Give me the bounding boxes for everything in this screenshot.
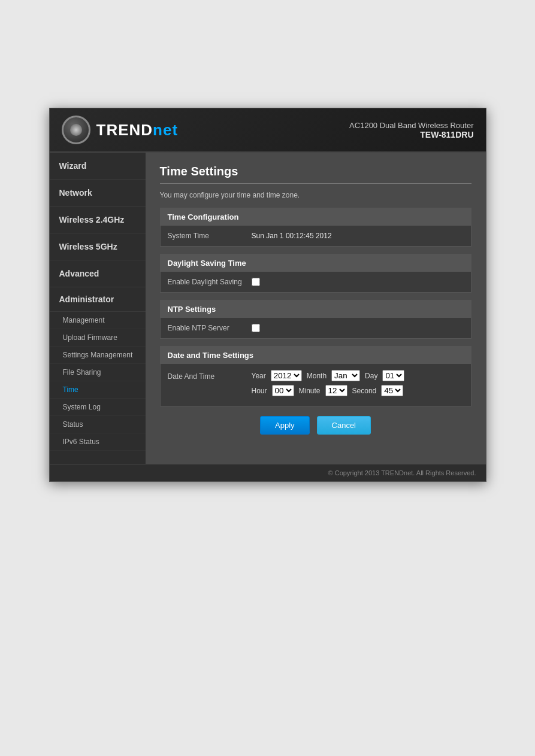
page-title: Time Settings — [160, 165, 471, 178]
year-label: Year — [252, 372, 266, 380]
ntp-settings-header: NTP Settings — [161, 300, 471, 318]
datetime-controls: Year 2012 2013 2014 Month JanFebMar AprM… — [252, 370, 405, 400]
time-config-section: Time Configuration System Time Sun Jan 1… — [160, 208, 471, 247]
sidebar-admin-header: Administrator — [50, 287, 146, 312]
datetime-row: Date And Time Year 2012 2013 2014 Month — [161, 364, 471, 406]
month-select[interactable]: JanFebMar AprMayJun JulAugSep OctNovDec — [331, 370, 360, 381]
button-row: Apply Cancel — [160, 416, 471, 435]
device-model: TEW-811DRU — [349, 130, 473, 139]
system-time-value: Sun Jan 1 00:12:45 2012 — [252, 232, 332, 240]
header: TRENDnet AC1200 Dual Band Wireless Route… — [50, 108, 486, 153]
month-label: Month — [307, 372, 327, 380]
enable-daylight-checkbox[interactable] — [252, 278, 260, 286]
year-select[interactable]: 2012 2013 2014 — [271, 370, 302, 381]
day-label: Day — [365, 372, 377, 380]
enable-ntp-checkbox[interactable] — [252, 324, 260, 332]
sidebar-sub-settings-management[interactable]: Settings Management — [50, 347, 146, 364]
sidebar-sub-file-sharing[interactable]: File Sharing — [50, 364, 146, 381]
day-select[interactable]: 010203 040506 070809 10 — [382, 370, 404, 381]
datetime-section: Date and Time Settings Date And Time Yea… — [160, 346, 471, 406]
datetime-line-1: Year 2012 2013 2014 Month JanFebMar AprM… — [252, 370, 405, 381]
device-info: AC1200 Dual Band Wireless Router TEW-811… — [349, 121, 473, 139]
footer: © Copyright 2013 TRENDnet. All Rights Re… — [50, 464, 486, 481]
sidebar-sub-ipv6-status[interactable]: IPv6 Status — [50, 433, 146, 451]
page-description: You may configure your time and time zon… — [160, 191, 471, 199]
sidebar-sub-status[interactable]: Status — [50, 416, 146, 433]
brand-name-accent: net — [153, 121, 178, 139]
time-config-header: Time Configuration — [161, 208, 471, 226]
cancel-button[interactable]: Cancel — [317, 416, 371, 435]
sidebar-item-network[interactable]: Network — [50, 180, 146, 207]
sidebar-item-wizard[interactable]: Wizard — [50, 153, 146, 180]
sidebar-sub-time[interactable]: Time — [50, 381, 146, 399]
minute-label: Minute — [299, 387, 321, 395]
apply-button[interactable]: Apply — [260, 416, 310, 435]
system-time-row: System Time Sun Jan 1 00:12:45 2012 — [161, 226, 471, 246]
logo-icon — [62, 116, 90, 144]
sidebar-sub-management[interactable]: Management — [50, 312, 146, 329]
datetime-header: Date and Time Settings — [161, 347, 471, 364]
content-area: Time Settings You may configure your tim… — [146, 153, 486, 464]
system-time-label: System Time — [168, 232, 252, 240]
hour-label: Hour — [252, 387, 267, 395]
sidebar-sub-system-log[interactable]: System Log — [50, 399, 146, 416]
daylight-saving-header: Daylight Saving Time — [161, 254, 471, 272]
enable-ntp-row: Enable NTP Server — [161, 318, 471, 338]
ntp-settings-section: NTP Settings Enable NTP Server — [160, 300, 471, 339]
enable-daylight-label: Enable Daylight Saving — [168, 278, 252, 286]
sidebar-item-wireless24[interactable]: Wireless 2.4GHz — [50, 207, 146, 233]
sidebar: Wizard Network Wireless 2.4GHz Wireless … — [50, 153, 146, 464]
brand-name: TRENDnet — [96, 121, 179, 139]
second-label: Second — [352, 387, 377, 395]
second-select[interactable]: 450001 — [381, 385, 403, 396]
copyright-text: © Copyright 2013 TRENDnet. All Rights Re… — [328, 469, 476, 476]
datetime-line-2: Hour 000102 Minute 120001 Second — [252, 385, 405, 396]
sidebar-item-wireless5[interactable]: Wireless 5GHz — [50, 233, 146, 260]
sidebar-sub-upload-firmware[interactable]: Upload Firmware — [50, 329, 146, 347]
logo-area: TRENDnet — [62, 116, 179, 144]
minute-select[interactable]: 120001 — [325, 385, 347, 396]
main-layout: Wizard Network Wireless 2.4GHz Wireless … — [50, 153, 486, 464]
enable-daylight-row: Enable Daylight Saving — [161, 272, 471, 292]
page-divider — [160, 183, 471, 184]
hour-select[interactable]: 000102 — [272, 385, 294, 396]
enable-ntp-label: Enable NTP Server — [168, 324, 252, 332]
datetime-label: Date And Time — [168, 372, 252, 381]
daylight-saving-section: Daylight Saving Time Enable Daylight Sav… — [160, 254, 471, 293]
sidebar-item-advanced[interactable]: Advanced — [50, 260, 146, 287]
device-name: AC1200 Dual Band Wireless Router — [349, 121, 473, 130]
